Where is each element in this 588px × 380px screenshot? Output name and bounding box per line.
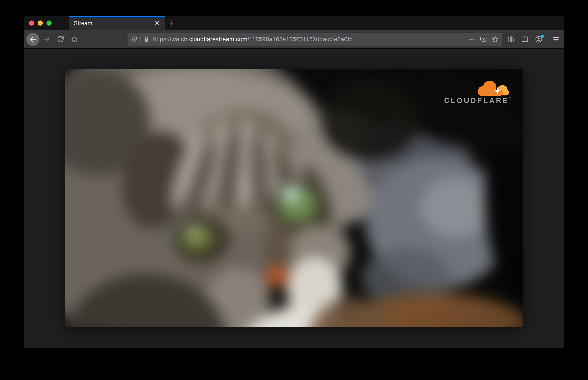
bookmark-star-button[interactable]	[489, 33, 501, 45]
pocket-icon	[480, 36, 487, 43]
home-button[interactable]	[68, 33, 81, 46]
page-actions-button[interactable]	[466, 33, 477, 45]
video-player[interactable]: CLOUDFLARE®	[65, 69, 523, 327]
cloudflare-cloud-icon	[477, 80, 510, 96]
new-tab-button[interactable]	[166, 16, 178, 30]
tab-title: Stream	[74, 16, 92, 31]
toolbar-separator	[547, 35, 547, 44]
browser-window: Stream	[24, 16, 564, 348]
close-window-button[interactable]	[29, 20, 34, 26]
library-icon	[507, 36, 515, 43]
forward-button[interactable]	[40, 33, 53, 46]
minimize-window-button[interactable]	[38, 20, 43, 26]
back-arrow-icon	[29, 36, 37, 43]
tab-stream[interactable]: Stream	[69, 16, 165, 30]
cloudflare-wordmark: CLOUDFLARE®	[439, 96, 511, 105]
reload-icon	[57, 36, 64, 43]
url-path: /118598a163a125631152ddaccfe3a0fb	[247, 36, 353, 42]
navigation-toolbar: https://watch.cloudflarestream.com/11859…	[24, 30, 564, 49]
account-button[interactable]	[532, 33, 546, 46]
url-scheme-subdomain: https://watch.	[153, 36, 189, 42]
plus-icon	[168, 19, 175, 27]
https-lock-icon[interactable]	[143, 36, 150, 42]
home-icon	[70, 36, 78, 43]
urlbar-separator	[140, 36, 141, 43]
url-text: https://watch.cloudflarestream.com/11859…	[153, 36, 353, 43]
sidebar-button[interactable]	[518, 33, 532, 46]
back-button[interactable]	[26, 33, 39, 46]
tab-bar: Stream	[24, 16, 564, 30]
account-notification-dot	[541, 35, 544, 38]
library-button[interactable]	[504, 33, 518, 46]
ellipsis-icon	[468, 36, 475, 43]
star-icon	[491, 36, 499, 43]
hamburger-icon	[553, 36, 560, 43]
sidebar-icon	[521, 36, 529, 43]
tab-close-button[interactable]	[154, 19, 161, 26]
forward-arrow-icon	[43, 36, 51, 43]
close-icon	[155, 20, 160, 25]
cloudflare-logo: CLOUDFLARE®	[439, 80, 511, 105]
video-vignette	[65, 69, 523, 327]
window-controls	[29, 16, 52, 30]
trademark-mark: ®	[509, 96, 511, 100]
screenshot-background: Stream	[0, 0, 588, 380]
url-input[interactable]: https://watch.cloudflarestream.com/11859…	[127, 33, 502, 46]
reload-button[interactable]	[54, 33, 67, 46]
page-content: CLOUDFLARE®	[24, 49, 564, 348]
tracking-protection-shield-icon[interactable]	[131, 36, 138, 43]
save-to-pocket-button[interactable]	[477, 33, 489, 45]
url-domain: cloudflarestream.com	[189, 36, 247, 42]
menu-button[interactable]	[549, 33, 563, 46]
zoom-window-button[interactable]	[47, 20, 52, 26]
